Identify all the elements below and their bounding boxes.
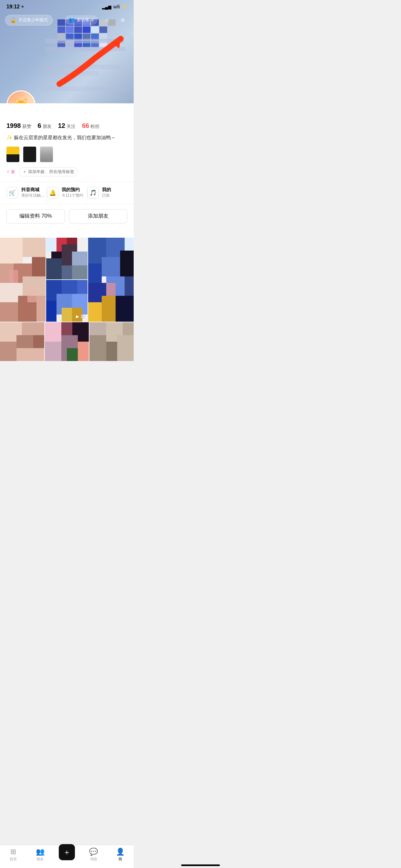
search-icon: ○ xyxy=(105,17,109,24)
quick-link-mall[interactable]: 🛒 抖音商城 美好生活触手可得 xyxy=(6,182,47,204)
followers-count: 66 xyxy=(82,122,89,129)
grid-row-2 xyxy=(0,322,134,361)
music-title: 我的 xyxy=(102,187,127,193)
lock-icon: 🔒 xyxy=(10,17,17,23)
header-banner: 🔒 开启青少年模式 👥 新访客 4 ○ ≡ 🐱 神预测 xyxy=(0,0,134,103)
grid-item-3[interactable]: ▶ 17 xyxy=(46,280,88,321)
video-badge: ▶ 17 xyxy=(76,314,85,319)
bio-text: ✨ 躲在云层里的星星都在发光，我们也要加油鸭～ xyxy=(6,134,127,142)
friends-stat[interactable]: 6 朋友 xyxy=(38,122,52,129)
add-friend-btn[interactable]: 添加朋友 xyxy=(69,209,127,223)
stats-row: 1998 获赞 6 朋友 12 关注 66 粉丝 xyxy=(6,122,127,129)
friends-count: 6 xyxy=(38,122,41,129)
open-teen-mode-btn[interactable]: 🔒 开启青少年模式 xyxy=(5,15,53,26)
action-buttons: 编辑资料 70% 添加朋友 xyxy=(6,209,127,223)
menu-icon: ≡ xyxy=(121,17,125,24)
status-time: 19:12 xyxy=(6,4,20,10)
add-tags-label: 添加年龄、所在地等标签 xyxy=(28,169,74,175)
bell-icon: 🔔 xyxy=(47,187,58,198)
menu-btn[interactable]: ≡ xyxy=(117,14,128,26)
quick-link-reservation-text: 我的预约 今日1个预约 xyxy=(62,187,87,198)
header-right-buttons: 👥 新访客 4 ○ ≡ xyxy=(65,14,128,26)
grid-item-4[interactable] xyxy=(88,238,134,321)
play-icon: ▶ xyxy=(76,314,79,319)
grid-item-6[interactable] xyxy=(45,322,89,361)
gender-icon: ♀ xyxy=(6,169,10,174)
following-label: 关注 xyxy=(66,124,75,129)
grid-item-7[interactable] xyxy=(89,322,134,361)
mall-subtitle: 美好生活触手可得 xyxy=(21,193,47,198)
status-bar: 19:12 ✈ ▂▄▆ wifi ⚡ xyxy=(0,0,134,12)
color-swatch-1 xyxy=(6,147,19,162)
mall-icon: 🛒 xyxy=(6,187,18,198)
reservation-title: 我的预约 xyxy=(62,187,87,193)
edit-profile-btn[interactable]: 编辑资料 70% xyxy=(6,209,65,223)
tags-row xyxy=(6,147,127,162)
status-icons: ▂▄▆ wifi ⚡ xyxy=(102,4,127,9)
grid-row-1: ▶ 17 xyxy=(0,238,134,321)
visitors-btn[interactable]: 👥 新访客 4 xyxy=(65,15,97,25)
grid-middle-col: ▶ 17 xyxy=(46,238,88,321)
visitors-icon: 👥 xyxy=(69,17,75,23)
following-stat[interactable]: 12 关注 xyxy=(58,122,75,129)
mall-title: 抖音商城 xyxy=(21,187,47,193)
gender-label: 女 xyxy=(11,169,15,175)
battery-icon: ⚡ xyxy=(122,4,127,9)
music-icon: 🎵 xyxy=(87,187,99,198)
grid-item-2[interactable] xyxy=(46,238,88,279)
quick-link-music[interactable]: 🎵 我的 已收 xyxy=(87,182,127,204)
video-count: 17 xyxy=(81,314,85,319)
plus-icon: ＋ xyxy=(23,169,27,175)
location-icon: ✈ xyxy=(21,4,24,9)
friends-label: 朋友 xyxy=(42,124,52,129)
avatar: 🐱 神预测 xyxy=(6,90,35,103)
quick-links: 🛒 抖音商城 美好生活触手可得 🔔 我的预约 今日1个预约 🎵 我的 已收 xyxy=(0,182,134,204)
grid-item-1[interactable] xyxy=(0,238,45,321)
followers-label: 粉丝 xyxy=(90,124,99,129)
color-swatch-3 xyxy=(40,147,53,162)
add-tags-btn[interactable]: ＋ 添加年龄、所在地等标签 xyxy=(19,167,78,176)
gender-tag: ♀ 女 xyxy=(6,169,15,175)
open-btn-label: 开启青少年模式 xyxy=(19,17,48,23)
likes-label: 获赞 xyxy=(22,124,31,129)
wifi-icon: wifi xyxy=(113,4,120,9)
profile-section: 1998 获赞 6 朋友 12 关注 66 粉丝 ✨ 躲在云层里的星星都在发光，… xyxy=(0,103,134,238)
visitors-count: 4 xyxy=(91,18,94,23)
reservation-subtitle: 今日1个预约 xyxy=(62,193,87,198)
quick-link-music-text: 我的 已收 xyxy=(102,187,127,198)
followers-stat[interactable]: 66 粉丝 xyxy=(82,122,99,129)
color-swatch-2 xyxy=(23,147,36,162)
banner-top-bar: 🔒 开启青少年模式 👥 新访客 4 ○ ≡ xyxy=(0,14,134,26)
quick-link-mall-text: 抖音商城 美好生活触手可得 xyxy=(21,187,47,198)
content-grid: ▶ 17 xyxy=(0,238,134,361)
signal-icon: ▂▄▆ xyxy=(102,4,112,9)
music-subtitle: 已收 xyxy=(102,193,127,198)
visitors-label: 新访客 xyxy=(77,17,89,23)
quick-link-reservation[interactable]: 🔔 我的预约 今日1个预约 xyxy=(47,182,87,204)
grid-item-5[interactable] xyxy=(0,322,44,361)
following-count: 12 xyxy=(58,122,65,129)
search-btn[interactable]: ○ xyxy=(101,14,113,26)
likes-count: 1998 xyxy=(6,122,21,129)
likes-stat: 1998 获赞 xyxy=(6,122,31,129)
